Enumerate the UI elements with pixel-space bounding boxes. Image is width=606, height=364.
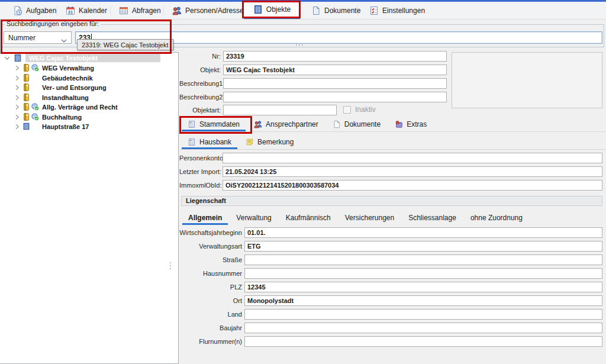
search-groupbox-legend: Suchbedingungen eingeben für: (5, 20, 101, 27)
inaktiv-checkbox-label: Inaktiv (355, 106, 376, 114)
beschreibung1-field[interactable] (223, 78, 447, 89)
baujahr-label: Baujahr (179, 323, 242, 333)
building-icon (22, 123, 31, 130)
field-row-personenkonto: Personenkonto: (179, 153, 606, 163)
baujahr-field[interactable] (244, 323, 602, 333)
tree-item-instandhaltung[interactable]: Instandhaltung (0, 92, 178, 102)
toolbar-item-kalender[interactable]: 31Kalender (61, 2, 112, 19)
tab-schliessanlage[interactable]: Schliessanlage (401, 211, 463, 225)
chevron-right-icon[interactable] (14, 114, 20, 120)
toolbar-item-dokumente[interactable]: Dokumente (307, 2, 365, 19)
objekt-field[interactable]: WEG Cajac Testobjekt (223, 65, 447, 75)
tab-ohne-zuordnung[interactable]: ohne Zuordnung (463, 211, 530, 225)
liegenschaft-section-header: Liegenschaft (181, 196, 602, 206)
tree-item-label: Gebäudetechnik (42, 75, 93, 82)
objekte-icon (253, 5, 263, 14)
tab-kaufmännisch[interactable]: Kaufmännisch (279, 211, 338, 225)
chevron-right-icon[interactable] (14, 75, 20, 81)
toolbar-item-einstellungen[interactable]: Einstellungen (365, 2, 430, 19)
toolbar-item-label: Dokumente (324, 7, 360, 15)
ort-field[interactable]: Monopolystadt (244, 295, 602, 306)
objektart-label: Objektart: (179, 105, 221, 115)
toolbar-item-abfragen[interactable]: Abfragen (114, 2, 166, 19)
field-row-flurnummer-n: Flurnummer(n) (179, 336, 606, 347)
tab-label: Ansprechpartner (266, 120, 318, 128)
wirtschaftsjahrbeginn-field[interactable]: 01.01. (244, 227, 602, 238)
icon-spacer (31, 74, 40, 82)
land-field[interactable] (244, 309, 602, 320)
inaktiv-checkbox[interactable] (343, 106, 351, 114)
tab-label: ohne Zuordnung (470, 214, 523, 222)
tree-item-buchhaltung[interactable]: Buchhaltung (0, 112, 178, 122)
note-icon (246, 138, 254, 146)
wirtschaftsjahrbeginn-label: Wirtschaftsjahrbeginn (179, 227, 242, 238)
tree-item-label: Allg. Verträge und Recht (42, 104, 118, 111)
tab-ansprechpartner[interactable]: Ansprechpartner (247, 117, 325, 131)
tab-stammdaten[interactable]: Stammdaten (180, 117, 247, 131)
chevron-down-icon[interactable] (4, 55, 10, 61)
vertical-splitter-handle[interactable] (170, 262, 171, 269)
chevron-down-icon (61, 36, 67, 40)
building-icon (14, 54, 22, 62)
tree-item-hauptstraße-17[interactable]: Hauptstraße 17 (0, 121, 178, 131)
letzter-import-field[interactable]: 21.05.2024 13:25 (223, 166, 602, 177)
field-row-objektart: Objektart: (179, 105, 606, 115)
search-suggestion-tooltip[interactable]: 23319: WEG Cajac Testobjekt (77, 39, 173, 50)
toolbar-item-label: Kalender (79, 7, 107, 15)
tab-versicherungen[interactable]: Versicherungen (338, 211, 401, 225)
tree-root-item[interactable]: WEG Cajac Testobjekt (0, 53, 178, 63)
chevron-right-icon[interactable] (14, 124, 20, 130)
tab-allgemein[interactable]: Allgemein (181, 211, 229, 225)
plz-field[interactable]: 12345 (244, 282, 602, 292)
tree-item-ver-und-entsorgung[interactable]: Ver- und Entsorgung (0, 82, 178, 92)
flurnummer-n-field[interactable] (244, 336, 602, 347)
tab-verwaltung[interactable]: Verwaltung (229, 211, 278, 225)
flurnummer-n-label: Flurnummer(n) (179, 336, 242, 347)
page-icon (333, 120, 341, 128)
field-row-ort: OrtMonopolystadt (179, 295, 606, 306)
verwaltungsart-field[interactable]: ETG (244, 241, 602, 252)
personenkonto-field[interactable] (223, 153, 602, 163)
tree-item-weg-verwaltung[interactable]: WEG Verwaltung (0, 63, 178, 73)
object-tree-panel: WEG Cajac TestobjektWEG VerwaltungGebäud… (0, 52, 179, 364)
field-row-nr: Nr:23319 (179, 51, 606, 62)
straße-field[interactable] (244, 255, 602, 265)
horizontal-splitter-handle[interactable] (296, 44, 303, 46)
plz-label: PLZ (179, 282, 242, 292)
chevron-right-icon[interactable] (14, 85, 20, 91)
chevron-right-icon[interactable] (14, 95, 20, 101)
tree-item-gebäudetechnik[interactable]: Gebäudetechnik (0, 73, 178, 83)
field-row-wirtschaftsjahrbeginn: Wirtschaftsjahrbeginn01.01. (179, 227, 606, 238)
tree-item-allg-verträge-und-recht[interactable]: Allg. Verträge und Recht (0, 102, 178, 112)
toolbar-item-objekte[interactable]: Objekte (244, 2, 300, 19)
objektart-field[interactable] (223, 105, 337, 115)
detail-tabs: StammdatenAnsprechpartnerDokumenteExtras (180, 117, 606, 132)
field-row-verwaltungsart: VerwaltungsartETG (179, 241, 606, 252)
immoxmlobid-label: ImmoxmlObId: (179, 180, 220, 191)
tab-bemerkung[interactable]: Bemerkung (238, 135, 301, 149)
toolbar-item-aufgaben[interactable]: Aufgaben (8, 2, 61, 19)
tab-label: Extras (407, 120, 427, 128)
field-row-immoxmlobid: ImmoxmlObId:OiSY200212121415201800303587… (179, 180, 606, 191)
tab-label: Verwaltung (236, 214, 271, 222)
tree-item-label: Buchhaltung (42, 114, 82, 121)
tab-dokumente[interactable]: Dokumente (325, 117, 388, 131)
beschreibung2-field[interactable] (223, 92, 447, 102)
icon-spacer (31, 123, 40, 130)
immoxmlobid-field[interactable]: OiSY200212121415201800303587034 (223, 180, 602, 191)
tab-extras[interactable]: Extras (388, 117, 434, 131)
chevron-right-icon[interactable] (14, 65, 20, 71)
nr-field[interactable]: 23319 (223, 51, 447, 62)
toolbar-item-personen-adressen[interactable]: Personen/Adressen (167, 2, 252, 19)
list-icon (188, 120, 196, 128)
chevron-right-icon[interactable] (14, 104, 20, 110)
tab-label: Versicherungen (345, 214, 394, 222)
object-header-fields: Nr:23319Objekt:WEG Cajac TestobjektBesch… (179, 50, 606, 118)
letzter-import-label: Letzter Import: (179, 166, 220, 177)
field-row-straße: Straße (179, 255, 606, 265)
hausnummer-field[interactable] (244, 268, 602, 279)
straße-label: Straße (179, 255, 242, 265)
binder-icon (22, 74, 31, 82)
search-field-selector[interactable]: Nummer (4, 31, 72, 44)
tab-hausbank[interactable]: Hausbank (180, 135, 238, 149)
